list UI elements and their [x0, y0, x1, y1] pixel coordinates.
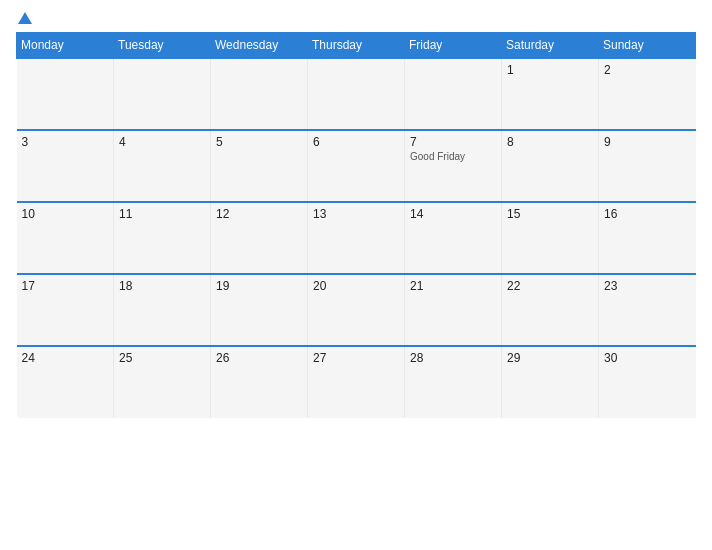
calendar-cell: 25	[114, 346, 211, 418]
day-number: 14	[410, 207, 423, 221]
calendar-cell: 11	[114, 202, 211, 274]
day-number: 16	[604, 207, 617, 221]
calendar-cell: 26	[211, 346, 308, 418]
calendar-cell: 3	[17, 130, 114, 202]
day-number: 26	[216, 351, 229, 365]
calendar-cell: 12	[211, 202, 308, 274]
weekday-header-monday: Monday	[17, 33, 114, 59]
day-number: 27	[313, 351, 326, 365]
calendar-cell: 23	[599, 274, 696, 346]
calendar-cell: 16	[599, 202, 696, 274]
day-number: 3	[22, 135, 29, 149]
calendar-table: MondayTuesdayWednesdayThursdayFridaySatu…	[16, 32, 696, 418]
day-number: 30	[604, 351, 617, 365]
calendar-cell: 28	[405, 346, 502, 418]
weekday-header-friday: Friday	[405, 33, 502, 59]
calendar-header: MondayTuesdayWednesdayThursdayFridaySatu…	[17, 33, 696, 59]
day-number: 17	[22, 279, 35, 293]
calendar-cell: 17	[17, 274, 114, 346]
calendar-cell	[211, 58, 308, 130]
logo-triangle-icon	[18, 12, 32, 24]
calendar-cell: 8	[502, 130, 599, 202]
calendar-cell: 29	[502, 346, 599, 418]
calendar-cell: 9	[599, 130, 696, 202]
calendar-cell: 20	[308, 274, 405, 346]
calendar-week-row: 24252627282930	[17, 346, 696, 418]
day-number: 20	[313, 279, 326, 293]
weekday-header-thursday: Thursday	[308, 33, 405, 59]
weekday-header-tuesday: Tuesday	[114, 33, 211, 59]
calendar-cell: 10	[17, 202, 114, 274]
day-number: 6	[313, 135, 320, 149]
calendar-cell: 18	[114, 274, 211, 346]
calendar-cell: 5	[211, 130, 308, 202]
calendar-cell	[17, 58, 114, 130]
calendar-cell: 7Good Friday	[405, 130, 502, 202]
calendar-cell: 13	[308, 202, 405, 274]
weekday-header-sunday: Sunday	[599, 33, 696, 59]
logo	[16, 10, 32, 24]
calendar-cell: 27	[308, 346, 405, 418]
day-number: 22	[507, 279, 520, 293]
calendar-cell: 6	[308, 130, 405, 202]
day-number: 24	[22, 351, 35, 365]
day-number: 1	[507, 63, 514, 77]
day-number: 2	[604, 63, 611, 77]
calendar-cell: 4	[114, 130, 211, 202]
calendar-cell: 24	[17, 346, 114, 418]
calendar-cell: 19	[211, 274, 308, 346]
page: MondayTuesdayWednesdayThursdayFridaySatu…	[0, 0, 712, 550]
calendar-week-row: 34567Good Friday89	[17, 130, 696, 202]
calendar-cell: 14	[405, 202, 502, 274]
calendar-body: 1234567Good Friday8910111213141516171819…	[17, 58, 696, 418]
weekday-header-saturday: Saturday	[502, 33, 599, 59]
day-number: 10	[22, 207, 35, 221]
day-number: 15	[507, 207, 520, 221]
day-number: 5	[216, 135, 223, 149]
weekday-header-row: MondayTuesdayWednesdayThursdayFridaySatu…	[17, 33, 696, 59]
calendar-cell: 2	[599, 58, 696, 130]
header	[16, 10, 696, 24]
calendar-cell: 22	[502, 274, 599, 346]
calendar-week-row: 10111213141516	[17, 202, 696, 274]
calendar-cell: 1	[502, 58, 599, 130]
day-number: 25	[119, 351, 132, 365]
weekday-header-wednesday: Wednesday	[211, 33, 308, 59]
day-number: 19	[216, 279, 229, 293]
day-number: 21	[410, 279, 423, 293]
day-number: 12	[216, 207, 229, 221]
day-number: 28	[410, 351, 423, 365]
day-number: 29	[507, 351, 520, 365]
day-number: 8	[507, 135, 514, 149]
logo-line1	[16, 10, 32, 24]
day-number: 18	[119, 279, 132, 293]
day-number: 9	[604, 135, 611, 149]
day-number: 7	[410, 135, 417, 149]
calendar-cell: 21	[405, 274, 502, 346]
calendar-cell	[405, 58, 502, 130]
calendar-cell	[308, 58, 405, 130]
calendar-week-row: 12	[17, 58, 696, 130]
calendar-cell	[114, 58, 211, 130]
day-number: 23	[604, 279, 617, 293]
calendar-week-row: 17181920212223	[17, 274, 696, 346]
calendar-cell: 30	[599, 346, 696, 418]
day-number: 11	[119, 207, 132, 221]
calendar-cell: 15	[502, 202, 599, 274]
day-number: 13	[313, 207, 326, 221]
event-label: Good Friday	[410, 151, 496, 162]
day-number: 4	[119, 135, 126, 149]
